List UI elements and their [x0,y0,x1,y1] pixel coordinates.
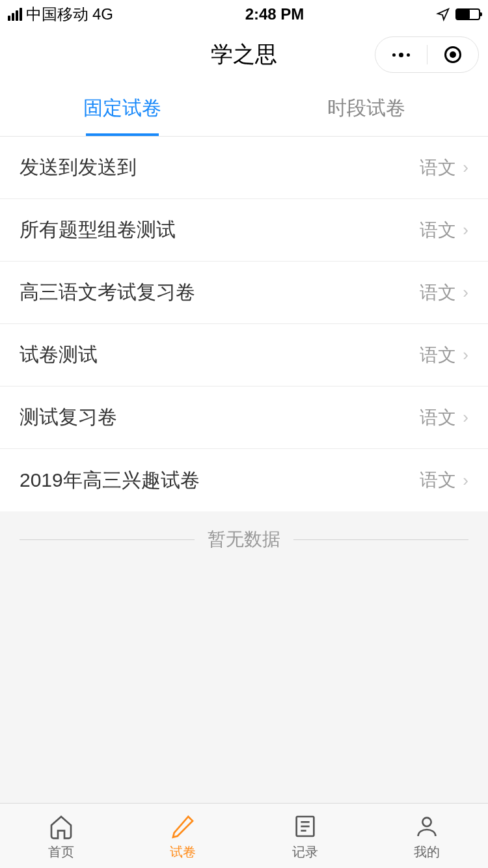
chevron-right-icon: › [463,345,468,365]
tab-time-exam[interactable]: 时段试卷 [244,81,488,136]
miniprogram-capsule [375,36,479,73]
chevron-right-icon: › [463,407,468,427]
capsule-menu-button[interactable] [375,37,427,72]
item-title: 所有题型组卷测试 [20,217,420,243]
list-item[interactable]: 发送到发送到 语文 › [0,137,488,199]
list-item[interactable]: 2019年高三兴趣试卷 语文 › [0,449,488,511]
bottom-nav: 首页 试卷 记录 我的 [0,803,488,868]
tabs: 固定试卷 时段试卷 [0,81,488,137]
item-subject: 语文 [420,343,456,368]
item-title: 发送到发送到 [20,154,420,181]
item-subject: 语文 [420,468,456,493]
target-icon [444,46,461,63]
status-bar: 中国移动 4G 2:48 PM [0,0,488,29]
chevron-right-icon: › [463,470,468,491]
item-title: 测试复习卷 [20,404,420,431]
battery-icon [455,8,480,20]
item-subject: 语文 [420,218,456,243]
list-item[interactable]: 所有题型组卷测试 语文 › [0,199,488,262]
home-icon [46,811,77,842]
capsule-close-button[interactable] [427,37,479,72]
empty-state: 暂无数据 [0,511,488,567]
empty-text: 暂无数据 [208,527,280,552]
nav-label: 试卷 [170,843,196,861]
nav-label: 首页 [48,843,74,861]
app-title: 学之思 [211,40,277,70]
chevron-right-icon: › [463,282,468,303]
nav-home[interactable]: 首页 [0,804,122,868]
nav-records[interactable]: 记录 [244,804,366,868]
item-title: 高三语文考试复习卷 [20,279,420,306]
item-title: 2019年高三兴趣试卷 [20,467,420,494]
profile-icon [411,811,442,842]
carrier-label: 中国移动 [26,4,88,25]
status-time: 2:48 PM [245,5,305,23]
list-item[interactable]: 测试复习卷 语文 › [0,387,488,449]
pencil-icon [167,811,198,842]
chevron-right-icon: › [463,220,468,240]
tab-label: 固定试卷 [83,95,161,122]
nav-exam[interactable]: 试卷 [122,804,245,868]
divider-line [20,539,195,540]
exam-list: 发送到发送到 语文 › 所有题型组卷测试 语文 › 高三语文考试复习卷 语文 ›… [0,137,488,511]
status-right [436,7,480,21]
network-label: 4G [92,5,113,23]
list-item[interactable]: 试卷测试 语文 › [0,324,488,387]
item-subject: 语文 [420,280,456,305]
item-title: 试卷测试 [20,342,420,368]
divider-line [293,539,468,540]
chevron-right-icon: › [463,157,468,178]
tab-label: 时段试卷 [327,95,405,122]
title-bar: 学之思 [0,29,488,81]
status-left: 中国移动 4G [8,4,113,25]
tab-fixed-exam[interactable]: 固定试卷 [0,81,244,136]
signal-icon [8,8,22,21]
records-icon [290,811,321,842]
menu-dots-icon [392,53,410,57]
location-icon [436,7,450,21]
list-item[interactable]: 高三语文考试复习卷 语文 › [0,262,488,324]
nav-profile[interactable]: 我的 [366,804,489,868]
item-subject: 语文 [420,405,456,430]
svg-point-4 [423,818,431,826]
nav-label: 记录 [292,843,318,861]
nav-label: 我的 [414,843,440,861]
item-subject: 语文 [420,156,456,180]
